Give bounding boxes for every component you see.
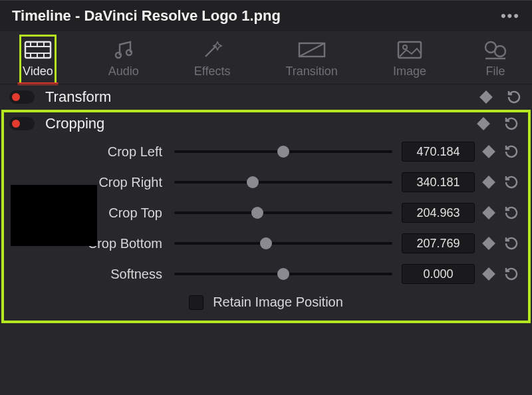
section-transform[interactable]: Transform <box>0 84 532 110</box>
section-label: Transform <box>45 88 111 106</box>
tab-label: File <box>485 65 505 78</box>
tab-label: Audio <box>108 65 139 78</box>
tab-effects[interactable]: Effects <box>192 35 233 84</box>
retain-image-position-checkbox[interactable] <box>189 295 203 310</box>
transition-icon <box>298 39 326 61</box>
wand-icon <box>198 39 226 61</box>
tab-label: Effects <box>194 65 231 78</box>
crop-right-value[interactable]: 340.181 <box>402 172 475 192</box>
crop-left-value[interactable]: 470.184 <box>402 142 475 162</box>
section-cropping[interactable]: Cropping <box>3 111 529 136</box>
retain-image-position-row: Retain Image Position <box>3 289 529 313</box>
reset-button[interactable] <box>503 204 520 221</box>
svg-point-15 <box>403 45 407 49</box>
page-title: Timeline - DaVinci Resolve Logo 1.png <box>12 7 281 25</box>
reset-button[interactable] <box>503 265 520 283</box>
section-label: Cropping <box>45 115 104 132</box>
crop-left-slider[interactable] <box>174 150 392 153</box>
keyframe-button[interactable] <box>479 90 493 104</box>
reset-button[interactable] <box>503 235 520 252</box>
crop-top-value[interactable]: 204.963 <box>402 203 475 223</box>
tab-bar: Video Audio Effects <box>0 31 532 84</box>
tab-video[interactable]: Video <box>20 35 56 84</box>
crop-bottom-value[interactable]: 207.769 <box>402 233 475 253</box>
softness-slider[interactable] <box>174 273 392 275</box>
reset-button[interactable] <box>503 174 520 191</box>
keyframe-button[interactable] <box>482 237 495 250</box>
param-softness: Softness 0.000 <box>3 259 529 289</box>
cropping-toggle[interactable] <box>9 117 35 130</box>
slider-thumb[interactable] <box>251 207 263 219</box>
tab-image[interactable]: Image <box>390 35 429 84</box>
keyframe-button[interactable] <box>482 267 495 281</box>
svg-point-17 <box>495 46 505 57</box>
softness-value[interactable]: 0.000 <box>402 264 475 284</box>
reel-icon <box>481 39 509 61</box>
titlebar: Timeline - DaVinci Resolve Logo 1.png ••… <box>0 0 532 31</box>
keyframe-button[interactable] <box>477 117 490 130</box>
transform-toggle[interactable] <box>9 90 35 104</box>
crop-bottom-slider[interactable] <box>174 242 392 245</box>
svg-line-13 <box>299 43 325 57</box>
param-crop-left: Crop Left 470.184 <box>3 136 529 167</box>
param-label: Softness <box>12 267 165 282</box>
image-icon <box>396 39 424 61</box>
keyframe-button[interactable] <box>482 145 495 158</box>
tab-label: Image <box>393 65 426 78</box>
music-note-icon <box>110 39 138 61</box>
tab-audio[interactable]: Audio <box>106 35 142 84</box>
reset-button[interactable] <box>503 115 520 132</box>
slider-thumb[interactable] <box>277 146 289 158</box>
slider-thumb[interactable] <box>277 268 289 280</box>
keyframe-button[interactable] <box>482 206 495 219</box>
svg-line-11 <box>205 46 216 57</box>
inspector-panel: Timeline - DaVinci Resolve Logo 1.png ••… <box>0 0 532 395</box>
param-label: Crop Left <box>12 144 165 160</box>
svg-point-10 <box>126 50 132 55</box>
retain-image-position-label: Retain Image Position <box>213 295 343 310</box>
redacted-area <box>11 185 97 246</box>
tab-label: Video <box>23 65 53 78</box>
tab-file[interactable]: File <box>479 35 512 84</box>
keyframe-button[interactable] <box>482 176 495 189</box>
slider-thumb[interactable] <box>260 237 272 249</box>
crop-top-slider[interactable] <box>174 211 392 214</box>
crop-right-slider[interactable] <box>174 181 392 184</box>
tab-transition[interactable]: Transition <box>283 35 340 84</box>
film-strip-icon <box>24 39 52 61</box>
svg-point-9 <box>116 53 121 58</box>
tab-label: Transition <box>286 65 338 78</box>
more-menu-button[interactable]: ••• <box>501 7 520 25</box>
slider-thumb[interactable] <box>247 176 259 188</box>
reset-button[interactable] <box>503 143 520 160</box>
reset-button[interactable] <box>505 88 523 106</box>
